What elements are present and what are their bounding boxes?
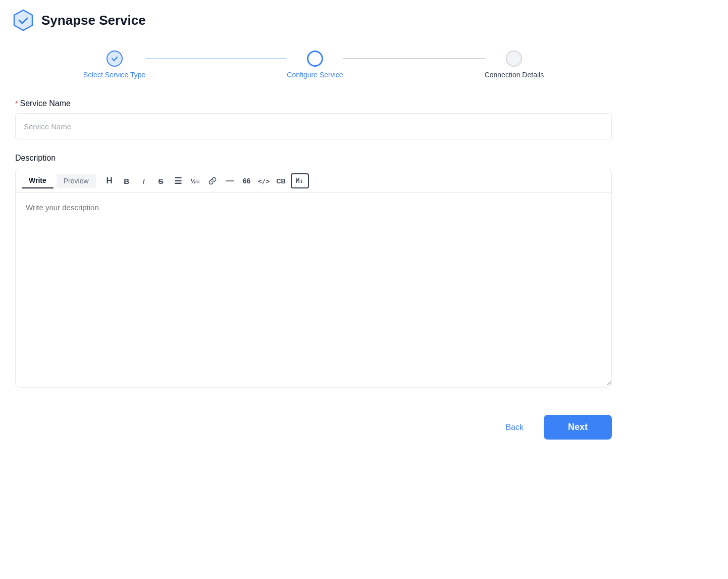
service-name-label: * Service Name — [15, 99, 612, 108]
step-3-container: Connection Details — [485, 51, 544, 79]
md-toolbar: Write Preview H B I S ☰ ½≡ — 66 </> CB — [16, 169, 611, 193]
code-btn[interactable]: </> — [256, 173, 272, 188]
app-title: Synapse Service — [41, 13, 146, 28]
main-content: * Service Name Description Write Preview… — [0, 94, 627, 403]
description-section: Description Write Preview H B I S ☰ ½≡ — — [15, 154, 612, 388]
strikethrough-btn[interactable]: S — [153, 173, 169, 188]
next-button[interactable]: Next — [544, 415, 612, 440]
footer-buttons: Back Next — [0, 403, 627, 452]
write-tab[interactable]: Write — [22, 173, 54, 188]
svg-marker-0 — [14, 10, 32, 30]
step-line-2 — [343, 58, 485, 59]
back-button[interactable]: Back — [493, 417, 536, 438]
step-1-label: Select Service Type — [83, 71, 145, 79]
header: Synapse Service — [0, 0, 627, 40]
italic-btn[interactable]: I — [136, 173, 151, 188]
service-name-input[interactable] — [15, 113, 612, 139]
unordered-list-btn[interactable]: ☰ — [171, 173, 186, 188]
required-star: * — [15, 100, 18, 108]
hr-btn[interactable]: — — [222, 173, 237, 188]
heading-btn[interactable]: H — [102, 173, 117, 188]
step-2-container: Configure Service — [287, 51, 343, 79]
step-3-label: Connection Details — [485, 71, 544, 79]
code-block-btn[interactable]: CB — [274, 173, 289, 188]
step-3-circle — [506, 51, 522, 67]
step-1-circle — [107, 51, 123, 67]
ordered-list-btn[interactable]: ½≡ — [188, 173, 203, 188]
service-name-section: * Service Name — [15, 99, 612, 139]
step-1-container: Select Service Type — [83, 51, 145, 79]
app-logo-icon — [12, 9, 34, 31]
step-2-circle — [307, 51, 323, 67]
step-2-label: Configure Service — [287, 71, 343, 79]
bold-btn[interactable]: B — [119, 173, 134, 188]
markdown-btn[interactable]: M↓ — [291, 173, 309, 188]
link-btn[interactable] — [205, 173, 220, 188]
step-line-1 — [145, 58, 287, 59]
description-label: Description — [15, 154, 612, 163]
markdown-editor: Write Preview H B I S ☰ ½≡ — 66 </> CB — [15, 169, 612, 388]
description-textarea[interactable] — [16, 193, 611, 385]
quote-btn[interactable]: 66 — [239, 173, 254, 188]
stepper: Select Service Type Configure Service Co… — [0, 40, 627, 94]
preview-tab[interactable]: Preview — [57, 174, 96, 188]
